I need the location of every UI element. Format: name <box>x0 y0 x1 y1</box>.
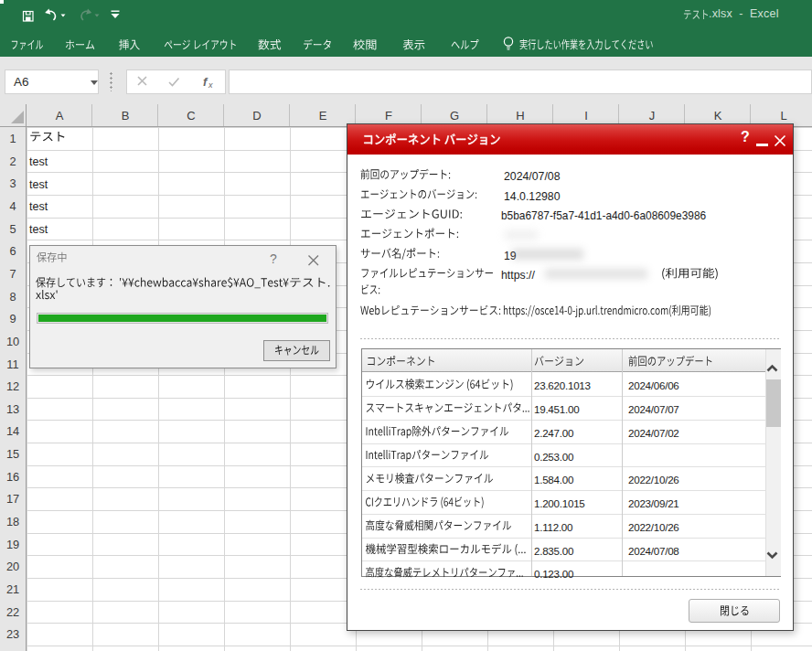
svg-text:x: x <box>208 80 213 90</box>
